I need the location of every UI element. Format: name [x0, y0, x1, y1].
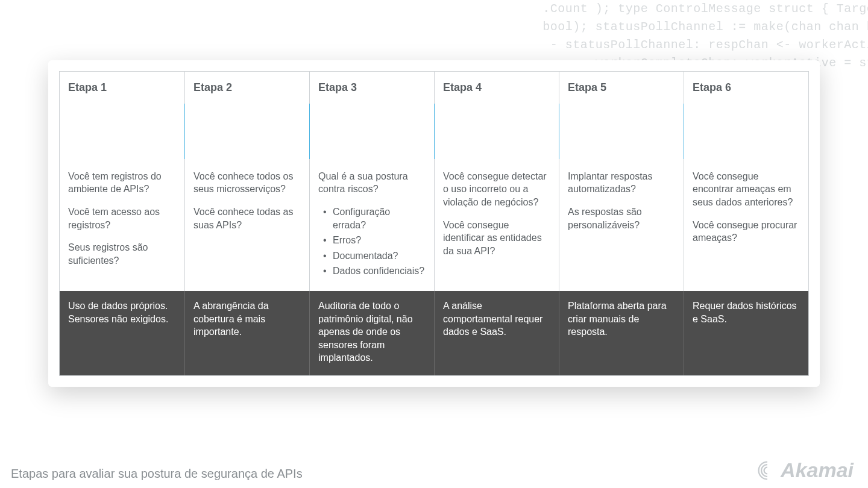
step-body: Você conhece todos os seus microsserviço… [184, 159, 309, 291]
step-header: vs Auditoria de riscos [309, 104, 434, 159]
question: Você tem registros do ambiente de APIs? [68, 170, 176, 196]
svg-line-23 [451, 126, 456, 129]
question: Você consegue procurar ameaças? [693, 219, 800, 245]
question: Implantar respostas automatizadas? [568, 170, 675, 196]
svg-point-21 [456, 128, 464, 136]
question: Você conhece todas as suas APIs? [193, 205, 301, 231]
alarm-icon [567, 119, 591, 143]
step-body: Implantar respostas automatizadas? As re… [559, 159, 684, 291]
step-title: Detecção de APIs [224, 119, 302, 145]
step-footer: A análise comportamental requer dados e … [434, 291, 559, 375]
step-footer: Auditoria de todo o patrimônio digital, … [309, 291, 434, 375]
step-header: Investigação e busca por ameaças [684, 104, 808, 159]
step-label: Etapa 2 [184, 72, 309, 104]
step-header: Acesso aos registros [60, 104, 184, 159]
akamai-logo: Akamai [756, 458, 854, 482]
question: Seus registros são suficientes? [68, 241, 176, 267]
step-title: Resposta [598, 125, 644, 137]
svg-rect-0 [72, 124, 84, 137]
step-title: Detecção de comportamento [473, 119, 552, 145]
step-header: Resposta [559, 104, 684, 159]
svg-line-30 [706, 134, 711, 139]
step-header: Detecção de comportamento [434, 104, 559, 159]
step-footer: Plataforma aberta para criar manuais de … [559, 291, 684, 375]
audit-icon: vs [317, 119, 341, 143]
svg-point-22 [458, 130, 461, 133]
step-label: Etapa 6 [684, 72, 808, 104]
step-label: Etapa 5 [559, 72, 684, 104]
document-icon [67, 119, 91, 143]
step-header: Detecção de APIs [184, 104, 309, 159]
question: Você consegue identificar as entidades d… [443, 219, 550, 258]
bullet: Dados confidenciais? [322, 264, 426, 278]
logo-text: Akamai [781, 458, 854, 482]
step-label: Etapa 3 [309, 72, 434, 104]
svg-text:vs: vs [327, 121, 332, 127]
question: Você conhece todos os seus microsserviço… [193, 170, 301, 196]
svg-rect-19 [446, 124, 450, 128]
step-label: Etapa 1 [60, 72, 184, 104]
step-body: Você consegue detectar o uso incorreto o… [434, 159, 559, 291]
svg-point-29 [696, 124, 707, 135]
question: As respostas são personalizáveis? [568, 205, 675, 231]
question: Você tem acesso aos registros? [68, 205, 176, 231]
svg-point-4 [196, 129, 204, 137]
question-intro: Qual é a sua postura contra riscos? [318, 170, 426, 196]
binoculars-icon [192, 119, 216, 143]
svg-line-28 [583, 126, 585, 128]
steps-card: Etapa 1 Etapa 2 Etapa 3 Etapa 4 Etapa 5 … [48, 60, 820, 387]
svg-rect-20 [446, 134, 450, 139]
search-icon [691, 119, 715, 143]
step-body: Você consegue encontrar ameaças em seus … [684, 159, 808, 291]
step-title: Acesso aos registros [98, 119, 177, 145]
step-label: Etapa 4 [434, 72, 559, 104]
step-footer: A abrangência da cobertura é mais import… [184, 291, 309, 375]
bullet: Documentada? [322, 249, 426, 263]
figure-caption: Etapas para avaliar sua postura de segur… [11, 467, 303, 481]
step-title: Investigação e busca por ameaças [723, 112, 801, 151]
step-footer: Uso de dados próprios. Sensores não exig… [60, 291, 184, 375]
behavior-icon [442, 119, 466, 143]
question: Você consegue detectar o uso incorreto o… [443, 170, 550, 209]
step-footer: Requer dados históricos e SaaS. [684, 291, 808, 375]
step-title: Auditoria de riscos [348, 119, 427, 145]
question: Você consegue encontrar ameaças em seus … [693, 170, 800, 209]
step-body: Você tem registros do ambiente de APIs? … [60, 159, 184, 291]
svg-line-24 [451, 133, 456, 136]
svg-rect-25 [572, 137, 585, 139]
bullet-list: Configuração errada? Erros? Documentada?… [318, 205, 426, 278]
step-body: Qual é a sua postura contra riscos? Conf… [309, 159, 434, 291]
svg-point-5 [204, 129, 213, 137]
svg-line-27 [572, 126, 574, 128]
bullet: Configuração errada? [322, 205, 426, 231]
bullet: Erros? [322, 234, 426, 247]
steps-grid: Etapa 1 Etapa 2 Etapa 3 Etapa 4 Etapa 5 … [59, 71, 809, 376]
